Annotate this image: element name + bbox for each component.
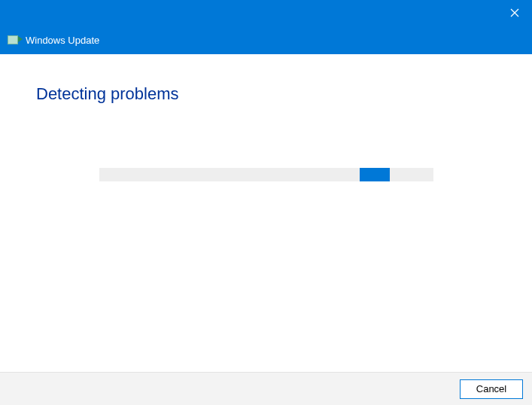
progress-bar bbox=[99, 168, 433, 181]
titlebar bbox=[0, 0, 532, 26]
page-heading: Detecting problems bbox=[36, 84, 496, 104]
header-bar: Windows Update bbox=[0, 26, 532, 54]
footer-bar: Cancel bbox=[0, 372, 532, 405]
close-button[interactable] bbox=[497, 0, 532, 26]
windows-update-icon bbox=[8, 35, 21, 45]
progress-indicator bbox=[360, 168, 390, 181]
cancel-button[interactable]: Cancel bbox=[460, 379, 523, 399]
content-area: Detecting problems bbox=[0, 54, 532, 181]
window-title: Windows Update bbox=[26, 35, 99, 46]
close-icon bbox=[510, 8, 519, 17]
progress-container bbox=[36, 168, 496, 181]
